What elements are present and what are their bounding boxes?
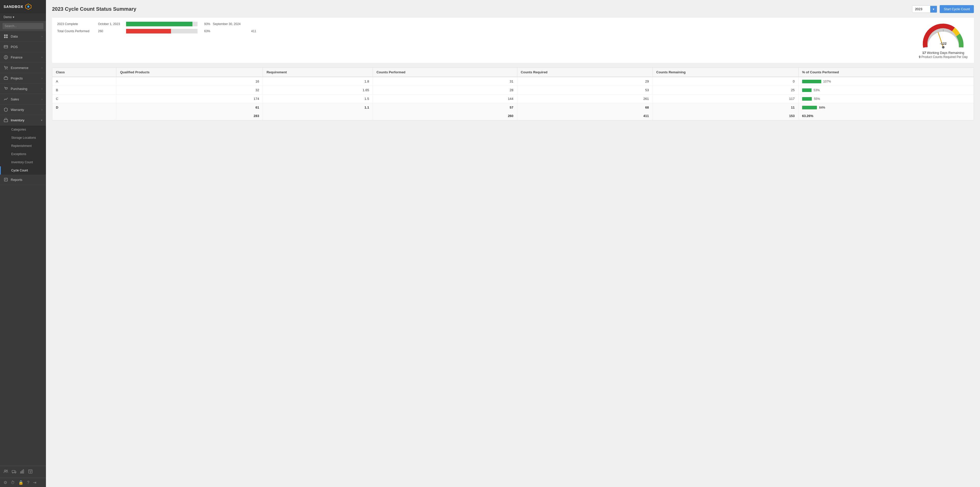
svg-rect-3	[4, 35, 6, 36]
cell-pct: 107%	[798, 77, 974, 86]
product-counts-num: 9	[919, 55, 921, 59]
pct-bar	[802, 97, 812, 101]
sidebar-item-reports[interactable]: Reports	[0, 174, 46, 185]
stat-bar-fill-counts	[126, 29, 171, 34]
sidebar-label-pos: POS	[11, 45, 42, 49]
sidebar-item-inventory-count[interactable]: Inventory Count	[0, 158, 46, 166]
cell-remaining: 25	[652, 86, 798, 94]
cell-performed: 28	[373, 86, 517, 94]
sidebar-item-finance[interactable]: $ Finance ›	[0, 52, 46, 62]
sidebar-item-ecommerce[interactable]: Ecommerce ›	[0, 62, 46, 73]
clock-icon[interactable]: ⏱	[11, 481, 15, 485]
table-row: A 16 1.8 31 29 0 107%	[52, 77, 974, 86]
page-header: 2023 Cycle Count Status Summary ▾ Start …	[52, 5, 974, 13]
cell-qualified: 174	[116, 94, 263, 103]
sidebar-item-cycle-count[interactable]: Cycle Count	[0, 166, 46, 174]
table-scroll[interactable]: Class Qualified Products Requirement Cou…	[52, 68, 974, 120]
svg-rect-24	[22, 471, 22, 473]
cell-required: 261	[517, 94, 652, 103]
working-days-num: 17	[922, 51, 926, 55]
data-arrow-icon: ›	[41, 35, 42, 38]
logout-icon[interactable]: ⇥	[33, 480, 36, 485]
sidebar-label-finance: Finance	[11, 56, 41, 59]
sidebar-item-warranty[interactable]: Warranty ›	[0, 104, 46, 115]
total-qualified: 283	[116, 112, 263, 120]
svg-rect-14	[4, 120, 8, 122]
sidebar: SANDBOX Demo ▾ Data › POS $ Finance ›	[0, 0, 46, 487]
stat-counts-num: 260	[98, 29, 126, 33]
box-icon[interactable]	[28, 469, 33, 475]
sidebar-util-icons: ⚙ ⏱ 🔒 ? ⇥	[0, 478, 46, 487]
chart-icon[interactable]	[20, 469, 24, 475]
year-select-control: ▾	[912, 5, 937, 13]
gauge-section: -122 17 Working Days Remaining 9 Product…	[918, 22, 969, 59]
pct-bar	[802, 106, 817, 109]
total-performed: 260	[373, 112, 517, 120]
sidebar-label-inventory: Inventory	[11, 118, 41, 122]
total-requirement	[263, 112, 373, 120]
stat-end-date-complete: September 30, 2024	[213, 22, 246, 26]
pct-label: 55%	[814, 97, 820, 101]
cell-remaining: 11	[652, 103, 798, 112]
sidebar-label-ecommerce: Ecommerce	[11, 66, 41, 70]
sidebar-item-data[interactable]: Data ›	[0, 31, 46, 42]
cell-requirement: 1.65	[263, 86, 373, 94]
sidebar-item-categories[interactable]: Categories	[0, 125, 46, 134]
sales-icon	[3, 97, 8, 101]
sidebar-label-purchasing: Purchasing	[11, 87, 41, 91]
sidebar-label-warranty: Warranty	[11, 108, 41, 112]
table-row: B 32 1.65 28 53 25 53%	[52, 86, 974, 94]
svg-point-21	[13, 473, 13, 473]
working-days-label: Working Days Remaining	[927, 51, 964, 55]
pct-bar	[802, 88, 811, 92]
svg-point-12	[7, 69, 7, 70]
ecommerce-icon	[3, 65, 8, 70]
cell-performed: 31	[373, 77, 517, 86]
svg-point-19	[6, 470, 8, 471]
sidebar-item-projects[interactable]: Projects ›	[0, 73, 46, 83]
purchasing-icon	[3, 86, 8, 91]
sidebar-item-replenishment[interactable]: Replenishment	[0, 142, 46, 150]
col-requirement: Requirement	[263, 68, 373, 77]
sidebar-label-reports: Reports	[11, 178, 42, 182]
demo-selector[interactable]: Demo ▾	[0, 13, 46, 21]
sidebar-item-purchasing[interactable]: Purchasing ›	[0, 83, 46, 94]
year-input[interactable]	[912, 6, 930, 13]
table: Class Qualified Products Requirement Cou…	[52, 68, 974, 120]
col-required: Counts Required	[517, 68, 652, 77]
team-icon[interactable]	[3, 469, 8, 475]
sidebar-item-storage-locations[interactable]: Storage Locations	[0, 134, 46, 142]
truck-icon[interactable]	[12, 469, 16, 475]
start-cycle-count-button[interactable]: Start Cycle Count	[940, 5, 974, 13]
stat-start-date-complete: October 1, 2023	[98, 22, 126, 26]
cell-remaining: 117	[652, 94, 798, 103]
cell-class: B	[52, 86, 116, 94]
settings-icon[interactable]: ⚙	[3, 480, 7, 485]
search-box	[0, 21, 46, 31]
col-qualified: Qualified Products	[116, 68, 263, 77]
stat-bar-fill-complete	[126, 22, 192, 26]
cell-requirement: 1.1	[263, 103, 373, 112]
table-header-row: Class Qualified Products Requirement Cou…	[52, 68, 974, 77]
pct-label: 53%	[814, 88, 820, 92]
sidebar-logo: SANDBOX	[0, 0, 46, 13]
year-dropdown-button[interactable]: ▾	[930, 6, 937, 13]
help-icon[interactable]: ?	[27, 481, 29, 485]
search-input[interactable]	[3, 23, 43, 29]
cell-required: 68	[517, 103, 652, 112]
purchasing-arrow-icon: ›	[41, 87, 42, 90]
inventory-submenu: Categories Storage Locations Replenishme…	[0, 125, 46, 174]
header-controls: ▾ Start Cycle Count	[912, 5, 974, 13]
svg-rect-6	[6, 37, 8, 38]
sidebar-item-pos[interactable]: POS	[0, 42, 46, 52]
sidebar-item-exceptions[interactable]: Exceptions	[0, 150, 46, 158]
stat-pct-counts: 63%	[200, 29, 210, 33]
pos-icon	[3, 45, 8, 49]
sidebar-item-sales[interactable]: Sales ›	[0, 94, 46, 104]
sidebar-item-inventory[interactable]: Inventory ▾	[0, 115, 46, 125]
table-row: D 61 1.1 57 68 11 84%	[52, 103, 974, 112]
demo-chevron-icon: ▾	[13, 15, 14, 19]
lock-icon[interactable]: 🔒	[18, 480, 24, 485]
ecommerce-arrow-icon: ›	[41, 66, 42, 69]
total-remaining: 153	[652, 112, 798, 120]
